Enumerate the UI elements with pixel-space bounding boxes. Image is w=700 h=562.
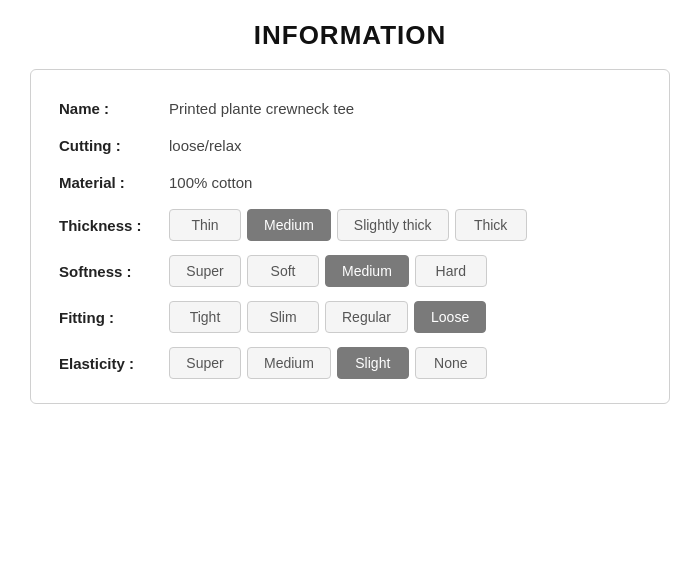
option-elasticity-slight[interactable]: Slight xyxy=(337,347,409,379)
option-group-softness: SuperSoftMediumHard xyxy=(169,255,487,287)
option-thickness-thin[interactable]: Thin xyxy=(169,209,241,241)
info-row-fitting[interactable]: Fitting :TightSlimRegularLoose xyxy=(59,295,641,339)
info-row-elasticity[interactable]: Elasticity :SuperMediumSlightNone xyxy=(59,341,641,385)
option-softness-medium[interactable]: Medium xyxy=(325,255,409,287)
label-name: Name : xyxy=(59,100,169,117)
option-fitting-regular[interactable]: Regular xyxy=(325,301,408,333)
option-elasticity-medium[interactable]: Medium xyxy=(247,347,331,379)
option-softness-hard[interactable]: Hard xyxy=(415,255,487,287)
info-row-cutting: Cutting :loose/relax xyxy=(59,129,641,164)
option-thickness-thick[interactable]: Thick xyxy=(455,209,527,241)
option-softness-soft[interactable]: Soft xyxy=(247,255,319,287)
value-cutting: loose/relax xyxy=(169,137,242,154)
option-thickness-medium[interactable]: Medium xyxy=(247,209,331,241)
value-name: Printed plante crewneck tee xyxy=(169,100,354,117)
info-row-softness[interactable]: Softness :SuperSoftMediumHard xyxy=(59,249,641,293)
option-group-thickness: ThinMediumSlightly thickThick xyxy=(169,209,527,241)
option-fitting-tight[interactable]: Tight xyxy=(169,301,241,333)
value-material: 100% cotton xyxy=(169,174,252,191)
label-thickness: Thickness : xyxy=(59,217,169,234)
label-fitting: Fitting : xyxy=(59,309,169,326)
label-material: Material : xyxy=(59,174,169,191)
option-fitting-loose[interactable]: Loose xyxy=(414,301,486,333)
info-card: Name :Printed plante crewneck teeCutting… xyxy=(30,69,670,404)
info-row-material: Material :100% cotton xyxy=(59,166,641,201)
option-elasticity-none[interactable]: None xyxy=(415,347,487,379)
label-elasticity: Elasticity : xyxy=(59,355,169,372)
label-cutting: Cutting : xyxy=(59,137,169,154)
option-group-fitting: TightSlimRegularLoose xyxy=(169,301,486,333)
option-thickness-slightly-thick[interactable]: Slightly thick xyxy=(337,209,449,241)
info-row-thickness[interactable]: Thickness :ThinMediumSlightly thickThick xyxy=(59,203,641,247)
label-softness: Softness : xyxy=(59,263,169,280)
option-group-elasticity: SuperMediumSlightNone xyxy=(169,347,487,379)
info-row-name: Name :Printed plante crewneck tee xyxy=(59,92,641,127)
option-fitting-slim[interactable]: Slim xyxy=(247,301,319,333)
page-title: INFORMATION xyxy=(30,20,670,51)
option-elasticity-super[interactable]: Super xyxy=(169,347,241,379)
option-softness-super[interactable]: Super xyxy=(169,255,241,287)
